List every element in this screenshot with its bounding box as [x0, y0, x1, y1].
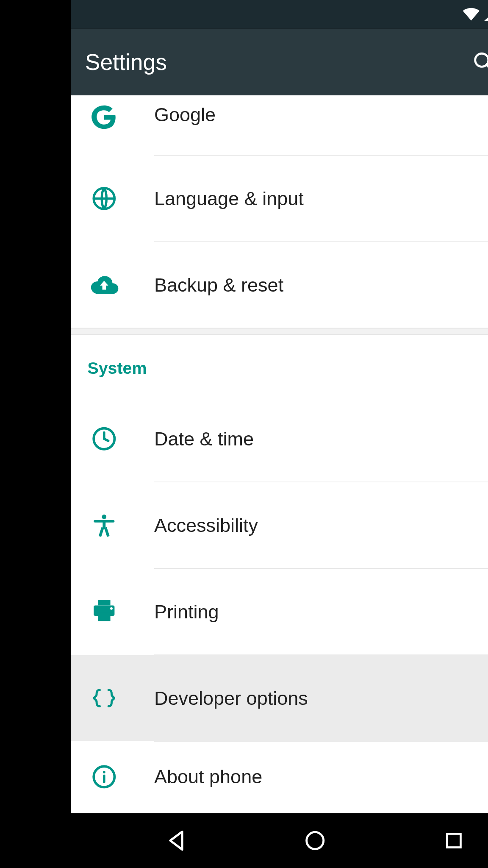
settings-row-about-phone[interactable]: About phone [71, 742, 488, 812]
svg-rect-17 [98, 613, 111, 621]
svg-point-20 [103, 771, 105, 773]
printer-icon [87, 600, 121, 623]
wifi-icon [463, 8, 480, 21]
settings-row-label: About phone [154, 766, 262, 788]
settings-row-date-time[interactable]: Date & time [71, 396, 488, 482]
settings-row-label: Google [154, 101, 215, 126]
svg-point-2 [475, 53, 488, 67]
cloud-upload-icon [87, 275, 121, 295]
settings-row-label: Date & time [154, 428, 253, 450]
device-frame: 84 3:27 Settings [71, 0, 488, 868]
search-button[interactable] [466, 44, 488, 80]
section-gap [71, 328, 488, 335]
svg-rect-13 [98, 527, 104, 537]
svg-point-22 [306, 832, 323, 849]
settings-row-label: Printing [154, 601, 219, 623]
settings-row-backup-reset[interactable]: Backup & reset [71, 242, 488, 328]
svg-rect-15 [98, 600, 111, 605]
google-icon [87, 101, 121, 131]
settings-row-google[interactable]: Google [71, 95, 488, 155]
cellular-signal-icon [484, 8, 488, 21]
svg-rect-23 [446, 834, 460, 847]
recent-apps-button[interactable] [432, 819, 475, 862]
back-button[interactable] [154, 819, 197, 862]
settings-row-printing[interactable]: Printing [71, 569, 488, 655]
settings-list[interactable]: Google Language & input Bac [71, 95, 488, 813]
svg-line-3 [486, 65, 488, 70]
navigation-bar [71, 813, 488, 868]
clock-icon [87, 426, 121, 451]
home-button[interactable] [293, 819, 336, 862]
settings-row-label: Language & input [154, 187, 303, 209]
status-bar: 84 3:27 [71, 0, 488, 29]
info-icon [87, 764, 121, 789]
section-header-system: System [71, 335, 488, 396]
accessibility-icon [87, 513, 121, 538]
braces-icon [87, 687, 121, 709]
settings-row-accessibility[interactable]: Accessibility [71, 482, 488, 568]
globe-icon [87, 186, 121, 211]
settings-row-developer-options[interactable]: Developer options [71, 655, 488, 741]
svg-point-10 [102, 515, 106, 519]
settings-row-label: Developer options [154, 687, 308, 709]
settings-row-label: Accessibility [154, 514, 258, 536]
settings-row-label: Backup & reset [154, 274, 283, 296]
app-bar: Settings [71, 29, 488, 96]
svg-rect-14 [104, 527, 109, 537]
settings-row-language-input[interactable]: Language & input [71, 156, 488, 242]
page-title: Settings [85, 49, 458, 75]
